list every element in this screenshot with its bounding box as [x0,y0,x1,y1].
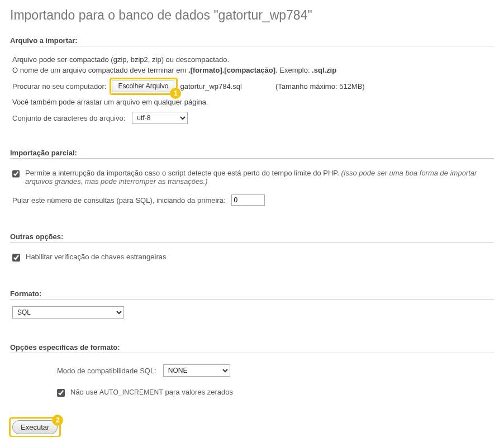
format-select[interactable]: SQL [12,306,124,319]
section-heading-file: Arquivo a importar: [10,36,494,46]
drag-drop-note: Você também pode arrastar um arquivo em … [12,98,492,106]
execute-button[interactable]: Executar [12,420,58,434]
section-heading-partial: Importação parcial: [10,149,494,159]
compat-mode-label: Modo de compatibilidade SQL: [57,367,156,375]
browse-label: Procurar no seu computador: [12,82,106,91]
fk-check-label: Habilitar verificação de chaves estrange… [26,253,166,261]
annotation-badge-1: 1 [170,88,181,99]
choose-file-button[interactable]: Escolher Arquivo [112,80,174,92]
charset-label: Conjunto de caracteres do arquivo: [12,114,125,122]
compat-mode-select[interactable]: NONE [163,364,230,377]
section-heading-other: Outras opções: [10,232,494,243]
file-name-note: O nome de um arquivo compactado deve ter… [12,66,492,74]
charset-select[interactable]: utf-8 [132,112,188,124]
selected-file-name: gatortur_wp784.sql [180,82,242,91]
max-size-label: (Tamanho máximo: 512MB) [275,82,365,91]
allow-interrupt-label: Permite a interrupção da importação caso… [25,169,492,186]
file-compress-note: Arquivo pode ser compactado (gzip, bzip2… [12,55,492,64]
section-heading-fopts: Opções específicas de formato: [10,343,494,353]
skip-queries-input[interactable] [231,194,265,206]
no-autoincrement-label: Não use AUTO_INCREMENT para valores zera… [70,388,233,396]
skip-queries-label: Pular este número de consultas (para SQL… [12,196,226,205]
fk-check-checkbox[interactable] [12,254,20,262]
section-heading-format: Formato: [10,289,494,300]
no-autoincrement-checkbox[interactable] [57,389,65,397]
annotation-badge-2: 2 [52,415,63,426]
page-title: Importando para o banco de dados "gatort… [10,8,494,23]
allow-interrupt-checkbox[interactable] [12,170,20,178]
